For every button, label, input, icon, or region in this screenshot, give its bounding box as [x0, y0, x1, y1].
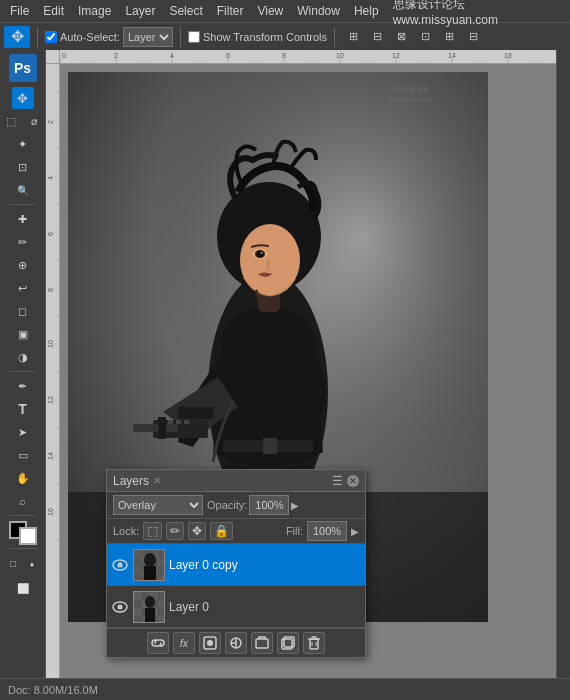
- tool-spot-healing[interactable]: ✚: [12, 208, 34, 230]
- align-btn-6[interactable]: ⊟: [462, 26, 484, 48]
- svg-rect-71: [168, 420, 173, 424]
- lock-transparency[interactable]: ⬚: [143, 522, 162, 540]
- tool-history-brush[interactable]: ↩: [12, 277, 34, 299]
- ruler-v-ticks: 0 2 4 6 8 10 12 14 16: [46, 64, 60, 664]
- tool-dodge[interactable]: ◑: [12, 346, 34, 368]
- svg-rect-98: [144, 566, 156, 581]
- tool-lasso[interactable]: ⌀: [23, 110, 45, 132]
- quick-mask[interactable]: ⬧: [23, 552, 41, 574]
- opacity-label: Opacity:: [207, 499, 247, 511]
- layers-list: Layer 0 copy: [107, 544, 365, 628]
- show-transform-group: Show Transform Controls: [188, 31, 327, 43]
- svg-rect-0: [60, 50, 556, 64]
- tool-zoom[interactable]: ⌕: [12, 490, 34, 512]
- align-btn-5[interactable]: ⊞: [438, 26, 460, 48]
- ruler-horizontal: 0 2 4 6 8 10 12 14 16 18: [60, 50, 556, 64]
- auto-select-type[interactable]: Layer: [123, 27, 173, 47]
- new-layer-btn[interactable]: [277, 632, 299, 654]
- tool-clone[interactable]: ⊕: [12, 254, 34, 276]
- menu-window[interactable]: Window: [291, 2, 346, 20]
- show-transform-label: Show Transform Controls: [203, 31, 327, 43]
- menu-filter[interactable]: Filter: [211, 2, 250, 20]
- svg-text:6: 6: [226, 52, 230, 59]
- layer-style-btn[interactable]: fx: [173, 632, 195, 654]
- lock-all[interactable]: 🔒: [210, 522, 233, 540]
- svg-point-113: [207, 640, 213, 646]
- menu-layer[interactable]: Layer: [119, 2, 161, 20]
- svg-point-100: [118, 604, 123, 609]
- menu-edit[interactable]: Edit: [37, 2, 70, 20]
- svg-text:6: 6: [47, 232, 54, 236]
- tool-sep-3: [9, 515, 37, 516]
- tool-eyedropper[interactable]: 🔍: [12, 179, 34, 201]
- status-doc-info: Doc: 8.00M/16.0M: [8, 684, 98, 696]
- layer-visibility-0[interactable]: [111, 598, 129, 616]
- auto-select-group: Auto-Select: Layer: [45, 27, 173, 47]
- ruler-vertical: 0 2 4 6 8 10 12 14 16: [46, 64, 60, 678]
- tool-marquee[interactable]: ⬚: [0, 110, 22, 132]
- delete-layer-btn[interactable]: [303, 632, 325, 654]
- link-layers-btn[interactable]: [147, 632, 169, 654]
- tool-gradient[interactable]: ▣: [12, 323, 34, 345]
- group-icon: [255, 636, 269, 650]
- menu-image[interactable]: Image: [72, 2, 117, 20]
- show-transform-checkbox[interactable]: [188, 31, 200, 43]
- layers-title-bar[interactable]: Layers ✕ ☰ ✕: [107, 470, 365, 492]
- svg-text:0: 0: [62, 52, 66, 59]
- auto-select-checkbox[interactable]: [45, 31, 57, 43]
- fx-label: fx: [180, 638, 188, 649]
- canvas-area: 0 2 4 6 8 10 12 14 16 18: [46, 50, 556, 678]
- tool-magic-wand[interactable]: ✦: [12, 133, 34, 155]
- tool-type[interactable]: T: [12, 398, 34, 420]
- new-adjustment-btn[interactable]: [225, 632, 247, 654]
- layer-row-0-copy[interactable]: Layer 0 copy: [107, 544, 365, 586]
- align-btn-4[interactable]: ⊡: [414, 26, 436, 48]
- group-layers-btn[interactable]: [251, 632, 273, 654]
- layers-menu-icon[interactable]: ☰: [332, 474, 343, 488]
- layer-visibility-0-copy[interactable]: [111, 556, 129, 574]
- screen-mode[interactable]: ⬜: [9, 577, 37, 599]
- eye-icon: [112, 559, 128, 571]
- standard-mode[interactable]: □: [4, 552, 22, 574]
- layers-panel-title-text: Layers: [113, 474, 149, 488]
- tool-crop[interactable]: ⊡: [12, 156, 34, 178]
- svg-text:14: 14: [448, 52, 456, 59]
- svg-text:2: 2: [47, 120, 54, 124]
- add-mask-btn[interactable]: [199, 632, 221, 654]
- link-icon: [151, 636, 165, 650]
- svg-text:8: 8: [47, 288, 54, 292]
- svg-rect-85: [263, 438, 277, 454]
- tool-pen[interactable]: ✒: [12, 375, 34, 397]
- tool-eraser[interactable]: ◻: [12, 300, 34, 322]
- tool-path-select[interactable]: ➤: [12, 421, 34, 443]
- svg-point-81: [261, 252, 263, 254]
- blend-mode-select[interactable]: Overlay: [113, 495, 203, 515]
- align-btn-3[interactable]: ⊠: [390, 26, 412, 48]
- align-btn-1[interactable]: ⊞: [342, 26, 364, 48]
- lock-move[interactable]: ✥: [188, 522, 206, 540]
- adjustment-icon: [229, 636, 243, 650]
- tool-shape[interactable]: ▭: [12, 444, 34, 466]
- lock-paint[interactable]: ✏: [166, 522, 184, 540]
- layer-thumb-0: [133, 591, 165, 623]
- tool-move[interactable]: ✥: [12, 87, 34, 109]
- opacity-arrow[interactable]: ▶: [291, 500, 299, 511]
- menu-help[interactable]: Help: [348, 2, 385, 20]
- align-btn-2[interactable]: ⊟: [366, 26, 388, 48]
- opacity-input[interactable]: [249, 495, 289, 515]
- menu-view[interactable]: View: [251, 2, 289, 20]
- fill-arrow[interactable]: ▶: [351, 526, 359, 537]
- right-panel: [556, 50, 570, 678]
- main-area: Ps ✥ ⬚ ⌀ ✦ ⊡ 🔍 ✚ ✏ ⊕ ↩ ◻ ▣ ◑ ✒ T ➤ ▭ ✋ ⌕: [0, 50, 570, 678]
- background-color[interactable]: [19, 527, 37, 545]
- fill-input[interactable]: [307, 521, 347, 541]
- menu-bar: File Edit Image Layer Select Filter View…: [0, 0, 570, 22]
- menu-file[interactable]: File: [4, 2, 35, 20]
- move-tool-active[interactable]: ✥: [4, 26, 30, 48]
- layers-close-button[interactable]: ✕: [347, 475, 359, 487]
- menu-select[interactable]: Select: [163, 2, 208, 20]
- svg-rect-73: [184, 420, 189, 424]
- tool-brush[interactable]: ✏: [12, 231, 34, 253]
- layer-row-0[interactable]: Layer 0: [107, 586, 365, 628]
- tool-hand[interactable]: ✋: [12, 467, 34, 489]
